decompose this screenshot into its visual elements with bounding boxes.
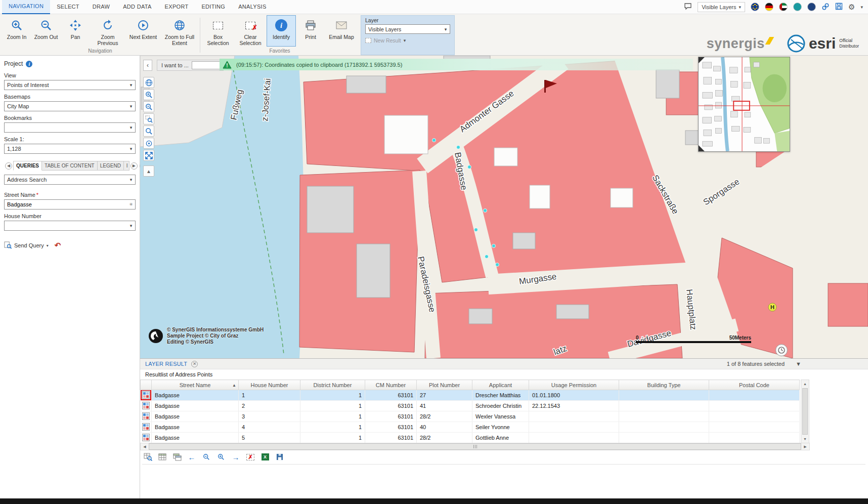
collapse-tools-icon[interactable]: ▲ <box>143 165 154 177</box>
identify-button[interactable]: i Identify <box>267 15 296 47</box>
column-house-number[interactable]: House Number <box>239 380 300 390</box>
column-postal-code[interactable]: Postal Code <box>709 380 800 390</box>
house-number-select[interactable]: ▾ <box>4 221 136 231</box>
box-selection-button[interactable]: Box Selection <box>202 15 234 47</box>
link-icon[interactable] <box>821 3 830 12</box>
zoom-out-tool-icon[interactable] <box>143 101 154 112</box>
center-map-tool-icon[interactable] <box>143 138 154 149</box>
uae-flag-icon[interactable] <box>779 3 788 11</box>
table-row[interactable]: Badgasse2 163101 41Schroeder Christin 22… <box>141 401 800 411</box>
email-map-button[interactable]: Email Map <box>325 15 358 47</box>
scale-select[interactable]: 1,128 ▾ <box>4 144 136 154</box>
previous-record-icon[interactable]: ← <box>186 452 197 462</box>
visible-layers-dropdown[interactable]: Visible Layers ▾ <box>698 2 745 12</box>
menu-tab-editing[interactable]: EDITING <box>195 0 232 14</box>
column-street-name[interactable]: Street Name▲ <box>152 380 239 390</box>
menu-tab-select[interactable]: SELECT <box>50 0 86 14</box>
tabs-scroll-left-icon[interactable]: ◀ <box>5 162 12 170</box>
globe-tool-icon[interactable] <box>143 77 154 88</box>
tab-table-of-content[interactable]: TABLE OF CONTENT <box>42 161 98 171</box>
zoom-in-record-icon[interactable] <box>215 452 227 462</box>
table-row[interactable]: Badgasse3 163101 28/2Wexler Vanessa <box>141 411 800 422</box>
locate-feature-icon[interactable] <box>142 412 150 421</box>
column-building-type[interactable]: Building Type <box>619 380 709 390</box>
menu-tab-draw[interactable]: DRAW <box>86 0 116 14</box>
bookmarks-select[interactable]: ▾ <box>4 122 136 133</box>
tabs-scroll-right-icon[interactable]: ▶ <box>131 162 138 170</box>
scroll-up-icon[interactable]: ▲ <box>801 380 809 388</box>
new-table-view-icon[interactable] <box>171 452 183 462</box>
autocomplete-icon[interactable]: ✳ <box>127 202 135 207</box>
menu-tab-navigation[interactable]: NAVIGATION <box>2 0 50 14</box>
basemaps-select[interactable]: City Map ▾ <box>4 101 136 111</box>
zoom-in-tool-icon[interactable] <box>143 89 154 100</box>
vscroll-thumb[interactable] <box>802 388 808 435</box>
zoom-to-result-icon[interactable] <box>142 452 153 462</box>
zoom-previous-button[interactable]: Zoom Previous <box>90 15 125 47</box>
zoom-full-extent-button[interactable]: Zoom to Full Extent <box>161 15 198 47</box>
scroll-left-icon[interactable]: ◀ <box>141 443 149 450</box>
next-record-icon[interactable]: → <box>230 452 241 462</box>
germany-flag-icon[interactable] <box>765 3 773 11</box>
tab-queries[interactable]: QUERIES <box>13 161 42 171</box>
column-usage-permission[interactable]: Usage Permission <box>529 380 619 390</box>
locate-feature-icon[interactable] <box>142 391 150 399</box>
menu-tab-add-data[interactable]: ADD DATA <box>116 0 158 14</box>
tab-partial[interactable]: I <box>124 161 129 171</box>
column-applicant[interactable]: Applicant <box>472 380 529 390</box>
i-want-to-input[interactable] <box>192 61 221 69</box>
new-result-button[interactable]: New Result ▾ <box>365 37 450 44</box>
tab-legend[interactable]: LEGEND <box>98 161 124 171</box>
settings-gear-icon[interactable]: ⚙ <box>848 3 855 12</box>
locate-feature-icon[interactable] <box>142 433 150 442</box>
locate-feature-icon[interactable] <box>142 423 150 431</box>
deselect-result-icon[interactable]: ✗ <box>245 452 256 462</box>
column-plot-number[interactable]: Plot Number <box>417 380 472 390</box>
info-icon[interactable]: i <box>26 61 32 67</box>
column-district-number[interactable]: District Number <box>300 380 365 390</box>
view-select[interactable]: Points of Interest ▾ <box>4 80 136 90</box>
reset-query-icon[interactable]: ↶ <box>55 241 61 250</box>
save-icon[interactable] <box>835 3 843 11</box>
scroll-right-icon[interactable]: ▶ <box>801 443 809 450</box>
zoom-scale-tool-icon[interactable] <box>143 125 154 137</box>
app-circle-icon[interactable] <box>807 3 816 11</box>
panel-collapse-icon[interactable]: ▼ <box>796 361 801 367</box>
overview-minimap[interactable] <box>698 57 790 152</box>
eu-flag-icon[interactable] <box>751 3 759 11</box>
table-vertical-scrollbar[interactable]: ▲ ▼ <box>801 380 809 443</box>
print-button[interactable]: Print <box>296 15 325 47</box>
history-clock-button[interactable] <box>775 344 788 356</box>
layer-select[interactable]: Visible Layers ▾ <box>365 24 450 34</box>
full-extent-tool-icon[interactable] <box>143 150 154 161</box>
menu-tab-analysis[interactable]: ANALYSIS <box>232 0 273 14</box>
globe-icon[interactable] <box>793 3 802 11</box>
table-row[interactable]: Badgasse5 163101 28/2Gottlieb Anne <box>141 433 800 443</box>
table-row[interactable]: Badgasse4 163101 40Seiler Yvonne <box>141 422 800 433</box>
chat-bubble-icon[interactable] <box>684 3 692 11</box>
zoom-window-tool-icon[interactable] <box>143 113 154 124</box>
settings-chevron-icon[interactable]: ▾ <box>860 5 863 10</box>
pan-button[interactable]: Pan <box>61 15 90 47</box>
locate-feature-icon[interactable] <box>142 401 150 410</box>
menu-tab-export[interactable]: EXPORT <box>158 0 195 14</box>
next-extent-button[interactable]: Next Extent <box>125 15 161 47</box>
export-excel-icon[interactable]: X <box>259 452 271 462</box>
zoom-in-button[interactable]: Zoom In <box>2 15 31 47</box>
zoom-out-button[interactable]: Zoom Out <box>31 15 61 47</box>
zoom-out-record-icon[interactable] <box>201 452 212 462</box>
sidebar-collapse-button[interactable]: ‹ <box>143 60 152 71</box>
table-row[interactable]: Badgasse1 163101 27Drescher Matthias 01.… <box>141 390 800 401</box>
show-table-icon[interactable] <box>157 452 168 462</box>
query-type-select[interactable]: Address Search ▾ <box>4 175 136 185</box>
column-cm-number[interactable]: CM Number <box>365 380 417 390</box>
send-query-button[interactable]: Send Query ▾ <box>4 241 49 250</box>
clear-selection-button[interactable]: ✗ Clear Selection <box>234 15 267 47</box>
save-result-icon[interactable] <box>274 452 285 462</box>
street-name-input[interactable] <box>5 201 127 207</box>
hscroll-thumb[interactable] <box>149 443 801 450</box>
close-result-icon[interactable]: ✕ <box>191 361 198 367</box>
table-horizontal-scrollbar[interactable]: ◀ ▶ <box>140 443 810 450</box>
tab-layer-result[interactable]: LAYER RESULT <box>145 361 187 367</box>
scroll-down-icon[interactable]: ▼ <box>801 435 809 443</box>
